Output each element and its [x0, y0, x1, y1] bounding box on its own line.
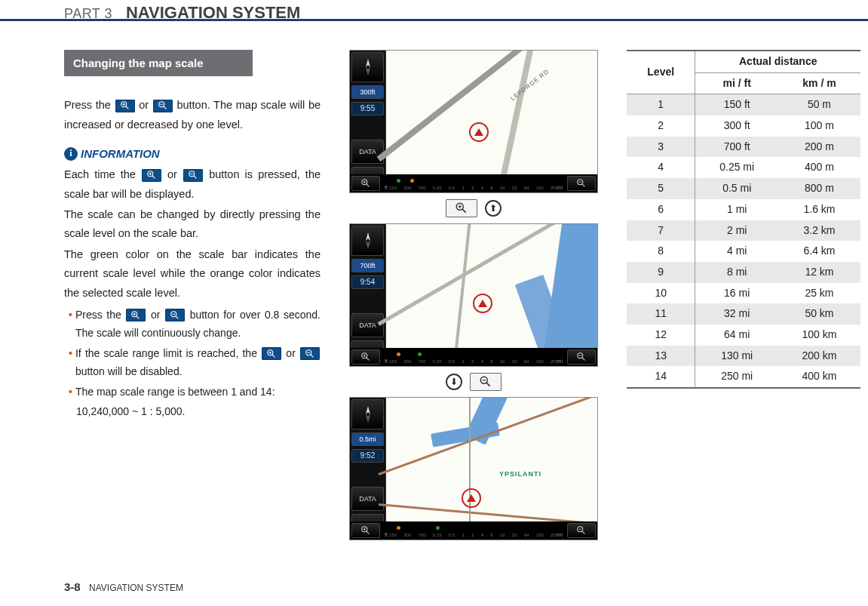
scale-bar[interactable]: ft mi 1503007000.250.51248163264130250	[382, 176, 566, 191]
compass-icon[interactable]	[351, 226, 384, 256]
part-label: PART 3	[64, 4, 112, 25]
b1a: Press the	[75, 309, 125, 321]
table-cell: 7	[627, 220, 695, 241]
svg-line-15	[136, 316, 140, 319]
table-cell: 11	[627, 303, 695, 325]
table-cell: 12	[627, 325, 695, 346]
arrow-down-icon: ⬇	[446, 374, 462, 390]
table-cell: 800 m	[778, 178, 860, 199]
table-cell: 12 km	[778, 262, 860, 283]
table-cell: 5	[627, 178, 695, 199]
zoom-out-icon	[153, 100, 173, 112]
scale-current-dot-icon	[436, 526, 440, 530]
svg-marker-53	[366, 406, 370, 414]
table-cell: 13	[627, 346, 695, 367]
svg-marker-54	[366, 414, 370, 423]
zoom-out-icon	[470, 373, 501, 391]
part-title: NAVIGATION SYSTEM	[126, 0, 300, 26]
table-column: Level Actual distance mi / ft km / m 115…	[627, 50, 860, 540]
scale-numbers: 1503007000.250.51248163264130250	[389, 185, 558, 192]
table-row: 61 mi1.6 km	[627, 199, 860, 220]
screenshot-column: 300ft 9:55 DATA POI LEFORGE RD ft	[342, 50, 606, 540]
table-cell: 700 ft	[695, 137, 778, 158]
table-cell: 3	[627, 137, 695, 158]
table-row: 1016 mi25 km	[627, 283, 860, 304]
information-heading: i INFORMATION	[64, 145, 321, 162]
table-cell: 250 mi	[695, 366, 778, 388]
table-cell: 16 mi	[695, 283, 778, 304]
zoom-in-icon	[115, 100, 135, 112]
zoom-in-button[interactable]	[351, 176, 380, 191]
info-p1b: or	[167, 168, 182, 180]
table-cell: 14	[627, 366, 695, 388]
zoom-out-button[interactable]	[567, 349, 596, 365]
th-kmm: km / m	[778, 72, 860, 94]
table-cell: 400 km	[778, 366, 860, 388]
svg-marker-41	[366, 232, 370, 241]
zoom-in-button[interactable]	[351, 349, 380, 365]
zoom-out-button[interactable]	[567, 176, 596, 191]
map-canvas[interactable]: YPSILANTI	[386, 398, 597, 521]
compass-icon[interactable]	[351, 52, 384, 82]
scale-bar[interactable]: ft mi 1503007000.250.51248163264130250	[382, 523, 566, 538]
zoom-out-button[interactable]	[567, 523, 596, 538]
table-cell: 300 ft	[695, 115, 778, 137]
b3-sub: 10,240,000 ~ 1 : 5,000.	[76, 402, 321, 421]
table-cell: 3.2 km	[778, 220, 860, 241]
zoom-out-icon	[165, 309, 185, 321]
svg-marker-28	[366, 59, 370, 67]
table-cell: 100 km	[778, 325, 860, 346]
info-p1a: Each time the	[64, 168, 141, 180]
svg-line-26	[311, 355, 314, 358]
svg-line-12	[194, 176, 197, 179]
table-cell: 2	[627, 115, 695, 137]
info-icon: i	[64, 147, 78, 161]
clock-badge: 9:52	[351, 449, 384, 463]
map-screenshot-2: 700ft 9:54 DATA POI ft	[349, 223, 598, 367]
b3: The map scale range is between 1 and 14:	[75, 383, 321, 401]
scale-current-dot-icon	[418, 352, 422, 356]
svg-line-5	[164, 106, 167, 109]
road-label: LEFORGE RD	[509, 67, 551, 103]
svg-line-22	[272, 355, 275, 358]
table-cell: 50 km	[778, 303, 860, 325]
table-cell: 10	[627, 283, 695, 304]
data-button[interactable]: DATA	[351, 487, 384, 511]
svg-line-56	[367, 531, 370, 534]
table-cell: 4 mi	[695, 241, 778, 262]
scale-numbers: 1503007000.250.51248163264130250	[389, 358, 558, 365]
vehicle-marker-icon	[462, 488, 481, 508]
th-mift: mi / ft	[695, 72, 778, 94]
unit-ft: ft	[385, 184, 388, 192]
information-label: INFORMATION	[81, 145, 160, 162]
vehicle-marker-icon	[473, 294, 492, 313]
table-cell: 0.5 mi	[695, 178, 778, 199]
map-canvas[interactable]	[386, 224, 597, 348]
map-canvas[interactable]: LEFORGE RD	[386, 51, 597, 174]
table-cell: 150 ft	[695, 94, 778, 115]
zoom-in-button[interactable]	[351, 523, 380, 538]
scale-badge[interactable]: 300ft	[351, 85, 384, 99]
zoom-out-icon	[183, 169, 203, 182]
svg-line-19	[176, 316, 179, 319]
scale-bar[interactable]: ft mi 1503007000.250.51248163264130250	[382, 349, 566, 365]
bullet-icon: •	[69, 306, 72, 343]
table-row: 1132 mi50 km	[627, 303, 860, 325]
zoom-out-icon	[300, 347, 320, 360]
b1b: or	[151, 309, 164, 321]
b2a: If the scale range limit is reached, the	[75, 347, 261, 359]
compass-icon[interactable]	[351, 399, 384, 429]
th-level: Level	[627, 51, 695, 94]
table-cell: 0.25 mi	[695, 157, 778, 178]
table-row: 13130 mi200 km	[627, 346, 860, 367]
table-cell: 32 mi	[695, 303, 778, 325]
table-row: 14250 mi400 km	[627, 366, 860, 388]
scale-selected-dot-icon	[410, 179, 414, 183]
transition-down: ⬇	[446, 373, 501, 391]
table-cell: 9	[627, 262, 695, 283]
intro-text-a: Press the	[64, 99, 115, 111]
scale-badge[interactable]: 700ft	[351, 259, 384, 272]
scale-badge[interactable]: 0.5mi	[351, 432, 384, 446]
list-item: • Press the or button for over 0.8 secon…	[69, 306, 321, 343]
table-cell: 6	[627, 199, 695, 220]
